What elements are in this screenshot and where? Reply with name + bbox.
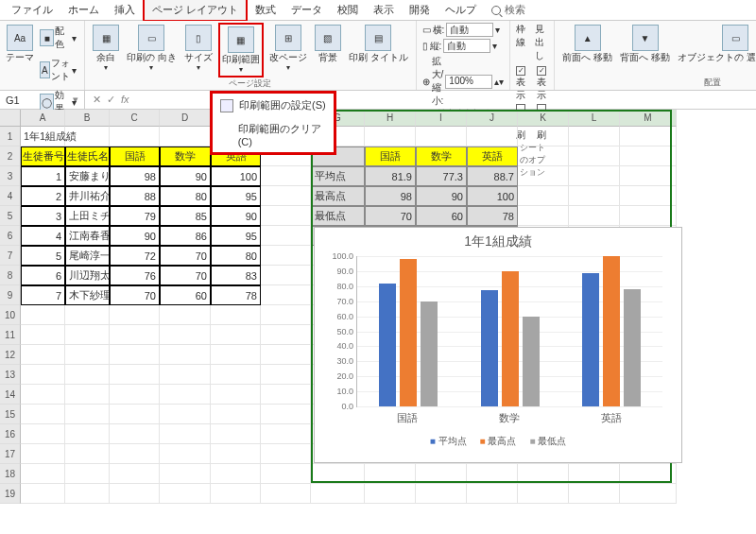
rowhdr-19[interactable]: 19 <box>0 484 21 504</box>
colhdr-C[interactable]: C <box>110 110 160 127</box>
chart-xlabels: 国語数学英語 <box>356 411 662 425</box>
ribbon-tabs: ファイル ホーム 挿入 ページ レイアウト 数式 データ 校閲 表示 開発 ヘル… <box>0 0 756 21</box>
chart-legend: 平均点 最高点 最低点 <box>315 435 681 448</box>
enter-icon[interactable]: ✓ <box>107 94 115 106</box>
chart-title: 1年1組成績 <box>315 228 681 256</box>
formula-buttons: ✕ ✓ fx <box>85 94 137 106</box>
set-print-area-icon <box>220 99 233 112</box>
search-box[interactable]: 検索 <box>491 3 525 17</box>
worksheet: 12345678910111213141516171819 ABCDEFGHIJ… <box>0 110 756 534</box>
rowhdr-14[interactable]: 14 <box>0 385 21 405</box>
chart[interactable]: 1年1組成績 0.010.020.030.040.050.060.070.080… <box>314 227 682 463</box>
rowhdr-11[interactable]: 11 <box>0 325 21 345</box>
rowhdr-12[interactable]: 12 <box>0 345 21 365</box>
tab-insert[interactable]: 挿入 <box>107 0 143 20</box>
rowhdr-7[interactable]: 7 <box>0 246 21 266</box>
colhdr-I[interactable]: I <box>416 110 467 127</box>
background-button[interactable]: ▧背景 <box>313 23 343 64</box>
gridlines-view-check[interactable]: 表示 <box>516 64 527 102</box>
margins-button[interactable]: ▦余白▾ <box>91 23 121 74</box>
group-page-setup: ページ設定 <box>91 78 410 90</box>
column-headers: ABCDEFGHIJKLM <box>21 110 756 127</box>
formula-bar-row: G1▾ ✕ ✓ fx <box>0 91 756 110</box>
tab-help[interactable]: ヘルプ <box>438 0 484 20</box>
tab-review[interactable]: 校閲 <box>330 0 366 20</box>
clear-print-area-item[interactable]: 印刷範囲のクリア(C) <box>213 117 334 152</box>
rowhdr-18[interactable]: 18 <box>0 464 21 484</box>
rowhdr-4[interactable]: 4 <box>0 186 21 206</box>
tab-home[interactable]: ホーム <box>60 0 107 20</box>
print-area-dropdown: 印刷範囲の設定(S) 印刷範囲のクリア(C) <box>210 91 336 155</box>
ribbon: Aaテーマ ■配色 ▾ Aフォント ▾ ◯効果 ▾ テーマ ▦余白▾ ▭印刷の … <box>0 21 756 91</box>
themes-button[interactable]: Aaテーマ <box>6 23 34 64</box>
fx-icon[interactable]: fx <box>121 94 129 106</box>
scale-height[interactable]: ▯ 縦:自動▾ <box>422 39 505 53</box>
colors-button[interactable]: ■配色 ▾ <box>38 23 78 53</box>
rowhdr-10[interactable]: 10 <box>0 305 21 325</box>
print-area-button[interactable]: ▦印刷範囲▾ <box>218 23 264 78</box>
colhdr-K[interactable]: K <box>518 110 569 127</box>
rowhdr-9[interactable]: 9 <box>0 285 21 305</box>
rowhdr-8[interactable]: 8 <box>0 266 21 285</box>
rowhdr-5[interactable]: 5 <box>0 206 21 226</box>
tab-developer[interactable]: 開発 <box>402 0 438 20</box>
tab-data[interactable]: データ <box>284 0 330 20</box>
tab-formulas[interactable]: 数式 <box>248 0 284 20</box>
colhdr-H[interactable]: H <box>365 110 416 127</box>
rowhdr-13[interactable]: 13 <box>0 365 21 385</box>
send-back-button[interactable]: ▼背面へ 移動 <box>618 23 672 64</box>
rowhdr-2[interactable]: 2 <box>0 146 21 166</box>
cancel-icon[interactable]: ✕ <box>93 94 101 106</box>
scale-zoom[interactable]: ⊕ 拡大/縮小:100%▴▾ <box>422 55 505 108</box>
colhdr-B[interactable]: B <box>65 110 110 127</box>
tab-page-layout[interactable]: ページ レイアウト <box>143 0 248 22</box>
print-titles-button[interactable]: ▤印刷 タイトル <box>347 23 410 64</box>
selection-pane-button[interactable]: ▭オブジェクトの 選択と表示 <box>676 23 756 64</box>
colhdr-L[interactable]: L <box>569 110 620 127</box>
rowhdr-17[interactable]: 17 <box>0 444 21 464</box>
scale-width[interactable]: ▭ 横:自動▾ <box>422 23 505 37</box>
colhdr-D[interactable]: D <box>160 110 211 127</box>
colhdr-J[interactable]: J <box>467 110 518 127</box>
bring-forward-button[interactable]: ▲前面へ 移動 <box>560 23 614 64</box>
rowhdr-15[interactable]: 15 <box>0 405 21 424</box>
search-icon <box>491 6 501 15</box>
colhdr-A[interactable]: A <box>21 110 65 127</box>
set-print-area-item[interactable]: 印刷範囲の設定(S) <box>213 94 334 117</box>
rowhdr-3[interactable]: 3 <box>0 166 21 186</box>
breaks-button[interactable]: ⊞改ページ▾ <box>267 23 309 74</box>
tab-file[interactable]: ファイル <box>4 0 60 20</box>
chart-plot: 0.010.020.030.040.050.060.070.080.090.01… <box>356 256 662 407</box>
fonts-button[interactable]: Aフォント ▾ <box>38 55 78 85</box>
rowhdr-16[interactable]: 16 <box>0 424 21 444</box>
headings-view-check[interactable]: 表示 <box>537 64 548 102</box>
colhdr-M[interactable]: M <box>620 110 677 127</box>
tab-view[interactable]: 表示 <box>366 0 402 20</box>
orientation-button[interactable]: ▭印刷の 向き▾ <box>125 23 179 74</box>
size-button[interactable]: ▯サイズ▾ <box>182 23 215 74</box>
rowhdr-6[interactable]: 6 <box>0 226 21 246</box>
rowhdr-1[interactable]: 1 <box>0 127 21 146</box>
group-arrange: 配置 <box>560 77 756 89</box>
search-label: 検索 <box>505 3 525 17</box>
